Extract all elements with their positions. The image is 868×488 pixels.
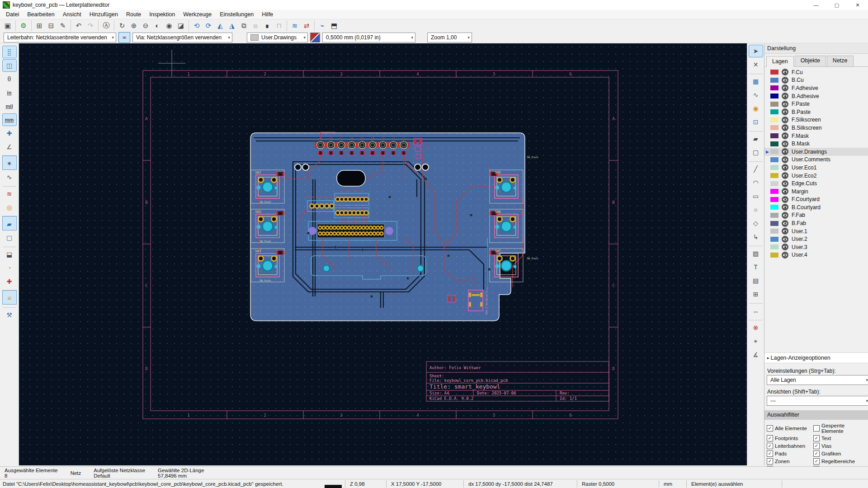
toolbar-button-icon[interactable]: ⧈	[250, 20, 261, 31]
right-toolbar-button-icon[interactable]: ▨	[749, 246, 763, 259]
layer-row[interactable]: ▶ B.Cu	[764, 76, 868, 84]
layer-color-swatch[interactable]	[770, 244, 778, 249]
right-toolbar-button-icon[interactable]: ◇	[749, 217, 763, 229]
right-toolbar-button-icon[interactable]: ⊞	[749, 288, 763, 300]
layer-row[interactable]: ▶ User.Eco1	[764, 164, 868, 172]
layer-row[interactable]: ▶ B.Courtyard	[764, 203, 868, 211]
toolbar-button-icon[interactable]: ↻	[114, 20, 128, 31]
grid-size-combo[interactable]: 0,5000 mm (0,0197 in) ▾	[322, 33, 415, 42]
menu-item[interactable]: Ansicht	[59, 10, 85, 19]
panel-tab[interactable]: Netze	[827, 56, 854, 66]
toolbar-button-icon[interactable]: Ⓐ	[98, 20, 112, 31]
pcb-canvas[interactable]: 12 34 56 12 34 56 AB CD AB CD Author: Fe…	[19, 43, 747, 465]
layer-row[interactable]: ▶ User.3	[764, 243, 868, 251]
menu-item[interactable]: Bearbeiten	[23, 10, 58, 19]
toolbar-button-icon[interactable]: ⇄	[301, 20, 312, 31]
visibility-eye-icon[interactable]	[782, 101, 788, 108]
viewports-combo[interactable]: --- ▾	[767, 396, 868, 406]
layer-color-swatch[interactable]	[770, 213, 778, 218]
layer-row[interactable]: ▶ B.Silkscreen	[764, 124, 868, 132]
left-toolbar-button-icon[interactable]: mil	[3, 100, 16, 112]
layer-color-swatch[interactable]	[770, 109, 778, 114]
filter-item[interactable]: Footprints	[767, 435, 813, 441]
visibility-eye-icon[interactable]	[782, 77, 788, 84]
visibility-eye-icon[interactable]	[782, 188, 788, 195]
layer-row[interactable]: ▶ F.Fab	[764, 211, 868, 220]
layer-color-swatch[interactable]	[770, 189, 778, 194]
left-toolbar-button-icon[interactable]: ∠	[3, 141, 16, 153]
toolbar-button-icon[interactable]: ∎	[261, 20, 273, 31]
layer-color-swatch[interactable]	[770, 133, 778, 138]
toolbar-button-icon[interactable]: ▣	[2, 20, 14, 31]
layer-display-options[interactable]: ▸ Lagen-Anzeigeoptionen	[764, 352, 868, 363]
right-toolbar-button-icon[interactable]: ▢	[749, 146, 763, 158]
visibility-eye-icon[interactable]	[782, 108, 788, 115]
layer-color-swatch[interactable]	[770, 157, 778, 162]
left-toolbar-button-icon[interactable]: ◫	[3, 60, 16, 71]
left-toolbar-button-icon[interactable]: in	[3, 87, 16, 99]
layer-row[interactable]: ▶ Margin	[764, 188, 868, 196]
layer-color-swatch[interactable]	[770, 229, 778, 234]
visibility-eye-icon[interactable]	[782, 236, 788, 243]
visibility-eye-icon[interactable]	[782, 204, 788, 211]
layer-color-swatch[interactable]	[770, 85, 778, 90]
toolbar-button-icon[interactable]: ◭	[214, 20, 226, 31]
track-width-combo[interactable]: Leiterbahn: Netzklassenbreite verwenden …	[4, 33, 116, 42]
filter-item[interactable]: Gesperrte Elemente	[813, 423, 866, 434]
visibility-eye-icon[interactable]	[782, 212, 788, 219]
toolbar-button-icon[interactable]: ⊖	[140, 20, 151, 31]
toolbar-button-icon[interactable]: ◪	[175, 20, 187, 31]
layer-color-swatch[interactable]	[770, 253, 778, 258]
right-toolbar-button-icon[interactable]: ▦	[749, 74, 763, 87]
visibility-eye-icon[interactable]	[782, 148, 788, 155]
layer-color-swatch[interactable]	[770, 102, 778, 107]
layer-color-swatch[interactable]	[770, 205, 778, 210]
right-toolbar-button-icon[interactable]: ∿	[749, 89, 763, 101]
right-toolbar-button-icon[interactable]: ↔	[749, 303, 763, 317]
layer-color-swatch[interactable]	[770, 70, 778, 75]
via-size-combo[interactable]: Via: Netzklassengrößen verwenden ▾	[132, 33, 232, 42]
checkbox[interactable]	[767, 458, 773, 465]
layer-color-swatch[interactable]	[770, 197, 778, 202]
menu-item[interactable]: Werkzeuge	[179, 10, 216, 19]
left-toolbar-button-icon[interactable]: ⚒	[3, 307, 16, 321]
filter-item[interactable]: Vias	[813, 443, 866, 449]
zoom-combo[interactable]: Zoom 1,00 ▾	[427, 33, 472, 42]
filter-item[interactable]: Pads	[767, 450, 813, 457]
toolbar-button-icon[interactable]: ⊞	[31, 20, 45, 31]
layer-row[interactable]: ▶ B.Paste	[764, 108, 868, 116]
filter-item[interactable]: Zonen	[767, 458, 813, 465]
layer-row[interactable]: ▶ Edge.Cuts	[764, 179, 868, 188]
layer-row[interactable]: ▶ F.Courtyard	[764, 196, 868, 204]
layer-color-swatch[interactable]	[770, 165, 778, 170]
right-toolbar-button-icon[interactable]: ➤	[749, 45, 763, 57]
layer-row[interactable]: ▶ User.Drawings	[764, 148, 868, 156]
presets-combo[interactable]: Alle Lagen ▾	[767, 375, 868, 385]
filter-item[interactable]: Grafiken	[813, 450, 866, 457]
layer-color-swatch[interactable]	[770, 94, 778, 99]
left-toolbar-button-icon[interactable]: ✶	[3, 156, 16, 169]
visibility-eye-icon[interactable]	[782, 141, 788, 147]
layer-row[interactable]: ▶ User.Comments	[764, 156, 868, 164]
toolbar-button-icon[interactable]: ⧉	[238, 20, 250, 31]
right-toolbar-button-icon[interactable]: ⊗	[749, 320, 763, 333]
visibility-eye-icon[interactable]	[782, 84, 788, 91]
layer-row[interactable]: ▶ F.Silkscreen	[764, 116, 868, 124]
visibility-eye-icon[interactable]	[782, 252, 788, 258]
left-toolbar-button-icon[interactable]: ▰	[3, 216, 16, 230]
right-toolbar-button-icon[interactable]: ▭	[749, 190, 763, 202]
toolbar-button-icon[interactable]: ◮	[226, 20, 238, 31]
left-toolbar-button-icon[interactable]: ◔	[3, 262, 16, 274]
auto-track-width-toggle[interactable]: ≍	[118, 32, 130, 43]
visibility-eye-icon[interactable]	[782, 172, 788, 179]
layer-color-swatch[interactable]	[770, 141, 778, 146]
left-toolbar-button-icon[interactable]: ✚	[3, 127, 16, 139]
toolbar-button-icon[interactable]: ⚙	[15, 20, 29, 31]
toolbar-button-icon[interactable]: ⟳	[203, 20, 214, 31]
left-toolbar-button-icon[interactable]: θ	[3, 73, 16, 85]
checkbox[interactable]	[767, 425, 773, 432]
toolbar-button-icon[interactable]: ⬒	[328, 20, 340, 31]
layer-color-swatch[interactable]	[770, 237, 778, 242]
filter-item[interactable]: Leiterbahnen	[767, 443, 813, 449]
layer-row[interactable]: ▶ B.Fab	[764, 219, 868, 227]
